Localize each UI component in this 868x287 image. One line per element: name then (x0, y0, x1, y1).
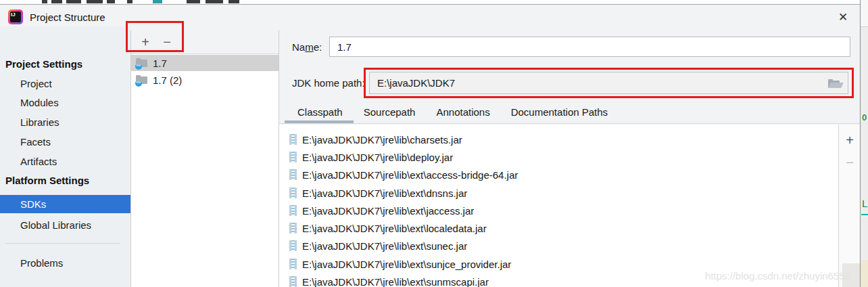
remove-jar-icon: − (839, 155, 861, 171)
jar-list-item[interactable]: E:\javaJDK\JDK7\jre\lib\deploy.jar (279, 148, 838, 166)
jar-list-toolbar: + − (838, 125, 860, 287)
classpath-jar-list: E:\javaJDK\JDK7\jre\lib\charsets.jar E:\… (279, 125, 838, 287)
intellij-logo-icon: IJ (8, 9, 23, 24)
jar-file-icon (289, 134, 297, 145)
tab-annotations[interactable]: Annotations (436, 106, 489, 118)
add-jar-icon[interactable]: + (839, 133, 861, 148)
path-tabs: Classpath Sourcepath Annotations Documen… (297, 106, 608, 118)
jar-list-item[interactable]: E:\javaJDK\JDK7\jre\lib\ext\jaccess.jar (279, 202, 838, 219)
sidebar-item-facets[interactable]: Facets (20, 136, 51, 148)
sidebar-item-problems[interactable]: Problems (20, 257, 63, 269)
annotation-box-add-remove (126, 21, 184, 52)
sdk-list-panel: + − 1.7 1.7 (2) (130, 30, 279, 287)
dialog-title: Project Structure (30, 12, 105, 23)
tab-documentation-paths[interactable]: Documentation Paths (511, 106, 608, 118)
jar-file-icon (289, 169, 297, 180)
sidebar-header-project-settings: Project Settings (5, 58, 82, 70)
jdk-icon (136, 58, 147, 68)
jar-list-item[interactable]: E:\javaJDK\JDK7\jre\lib\ext\localedata.j… (279, 219, 838, 237)
jdk-icon (136, 75, 147, 85)
sdk-label: 1.7 (2) (153, 74, 182, 86)
background-text-fragment: L (862, 198, 867, 209)
sidebar-item-sdks[interactable]: SDKs (0, 195, 130, 213)
jar-list-item[interactable]: E:\javaJDK\JDK7\jre\lib\ext\access-bridg… (279, 166, 838, 183)
sdk-list-item-selected[interactable]: 1.7 (131, 55, 279, 71)
jar-file-icon (289, 259, 297, 269)
close-icon[interactable]: ✕ (834, 9, 852, 25)
sidebar-item-global-libraries[interactable]: Global Libraries (20, 219, 91, 231)
jar-list-item[interactable]: E:\javaJDK\JDK7\jre\lib\ext\sunec.jar (279, 237, 838, 255)
tab-sourcepath[interactable]: Sourcepath (364, 106, 416, 118)
jar-file-icon (289, 187, 297, 198)
tab-classpath[interactable]: Classpath (297, 106, 343, 118)
sidebar-item-modules[interactable]: Modules (20, 97, 59, 108)
name-label: Name: (292, 41, 322, 53)
background-squiggle-fragment (861, 214, 868, 215)
sidebar-item-project[interactable]: Project (20, 78, 52, 89)
project-structure-dialog: IJ Project Structure ✕ ← → Project Setti… (0, 4, 860, 287)
background-editor-fragment (861, 260, 868, 287)
settings-sidebar: Project Settings Project Modules Librari… (0, 26, 130, 287)
jar-list-item[interactable]: E:\javaJDK\JDK7\jre\lib\charsets.jar (279, 131, 838, 148)
sidebar-header-platform-settings: Platform Settings (5, 175, 89, 186)
jar-file-icon (289, 205, 297, 216)
jar-file-icon (289, 223, 297, 234)
watermark-text: https://blog.csdn.net/zhuyin6553 (705, 270, 850, 282)
name-input[interactable]: 1.7 (329, 37, 850, 57)
jar-file-icon (289, 240, 297, 251)
background-text-fragment: 0 (862, 112, 867, 123)
jar-list-item[interactable]: E:\javaJDK\JDK7\jre\lib\ext\dnsns.jar (279, 184, 838, 202)
tab-baseline (279, 123, 860, 124)
sdk-list-item[interactable]: 1.7 (2) (131, 72, 279, 88)
background-window-header-fragment (861, 0, 868, 27)
jar-file-icon (289, 276, 297, 287)
sidebar-divider (5, 243, 120, 244)
jar-file-icon (289, 152, 297, 162)
annotation-box-jdk-path (364, 68, 854, 98)
sdk-label: 1.7 (153, 58, 167, 69)
intellij-logo-text: IJ (10, 12, 21, 22)
background-window-right-strip: 0 L (860, 0, 868, 287)
sidebar-item-artifacts[interactable]: Artifacts (20, 156, 57, 167)
sidebar-item-libraries[interactable]: Libraries (20, 116, 59, 128)
screenshot-stage: IJ Project Structure ✕ ← → Project Setti… (0, 0, 868, 287)
jdk-home-path-label: JDK home path: (292, 77, 365, 89)
